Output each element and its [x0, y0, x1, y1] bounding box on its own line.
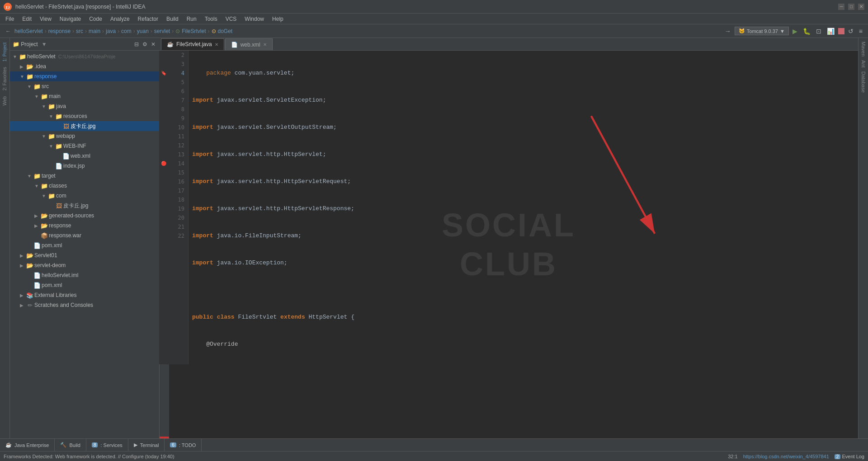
menu-tools[interactable]: Tools	[201, 15, 221, 23]
tree-item-main[interactable]: ▼ 📁 main	[10, 91, 159, 101]
coverage-button[interactable]: ⊡	[814, 27, 823, 36]
tree-item-src[interactable]: ▼ 📁 src	[10, 81, 159, 91]
gutter-line	[159, 123, 168, 132]
tree-item-helloservlet[interactable]: ▼ 📁 helloServlet C:\Users\86147\IdeaProj…	[10, 52, 159, 61]
tree-item-pikachu-jpg2[interactable]: 🖼 皮卡丘.jpg	[10, 201, 159, 211]
tree-item-response[interactable]: ▼ 📁 response	[10, 71, 159, 81]
tree-item-idea[interactable]: ▶ 📂 .idea	[10, 61, 159, 71]
menu-edit[interactable]: Edit	[19, 15, 35, 23]
tree-item-pikachu-jpg[interactable]: 🖼 皮卡丘.jpg	[10, 121, 159, 131]
tree-item-response2[interactable]: ▶ 📂 response	[10, 221, 159, 230]
line-numbers: 2 3 4 5 6 7 8 9 10 11 12 13 14 15	[168, 51, 189, 364]
menu-navigate[interactable]: Navigate	[56, 15, 85, 23]
project-tree[interactable]: ▼ 📁 helloServlet C:\Users\86147\IdeaProj…	[10, 51, 159, 438]
code-container[interactable]: 🔖 🔴	[159, 51, 858, 364]
tree-item-webinf[interactable]: ▼ 📁 WEB-INF	[10, 141, 159, 151]
line-num: 4	[168, 69, 184, 78]
web-tool-button[interactable]: Web	[1, 94, 8, 107]
code-content[interactable]: package com.yuan.servlet; import javax.s…	[189, 51, 858, 364]
profile-button[interactable]: 📊	[825, 27, 836, 36]
menu-file[interactable]: File	[2, 15, 18, 23]
tree-item-servlet01[interactable]: ▶ 📂 Servlet01	[10, 250, 159, 260]
menu-vcs[interactable]: VCS	[222, 15, 241, 23]
ant-tool-button[interactable]: Ant	[860, 58, 867, 70]
tree-item-classes[interactable]: ▼ 📁 classes	[10, 181, 159, 191]
tree-item-scratches[interactable]: ▶ ✏ Scratches and Consoles	[10, 300, 159, 310]
status-url[interactable]: https://blog.csdn.net/weixin_4/4597841	[743, 454, 829, 459]
tree-item-generated-sources[interactable]: ▶ 📂 generated-sources	[10, 211, 159, 221]
breadcrumb-com[interactable]: com	[121, 28, 132, 34]
maven-tool-button[interactable]: Maven	[860, 40, 867, 58]
breadcrumb-response[interactable]: response	[48, 28, 71, 34]
tree-item-helloservletiml[interactable]: 📄 helloServlet.iml	[10, 270, 159, 280]
hide-panel-button[interactable]: ✕	[150, 40, 156, 48]
tree-item-resources[interactable]: ▼ 📁 resources	[10, 111, 159, 121]
menu-window[interactable]: Window	[241, 15, 268, 23]
tree-item-external-libraries[interactable]: ▶ 📚 External Libraries	[10, 290, 159, 300]
folder-icon: 📁	[55, 143, 62, 150]
back-button[interactable]: ←	[4, 27, 13, 35]
tree-item-pomxml[interactable]: 📄 pom.xml	[10, 240, 159, 250]
tree-item-target[interactable]: ▼ 📁 target	[10, 171, 159, 181]
close-button[interactable]: ✕	[858, 4, 864, 10]
menu-refactor[interactable]: Refactor	[134, 15, 162, 23]
reload-button[interactable]: ↺	[846, 27, 855, 36]
menu-view[interactable]: View	[36, 15, 55, 23]
menu-build[interactable]: Build	[163, 15, 182, 23]
tree-item-indexjsp[interactable]: 📄 index.jsp	[10, 161, 159, 171]
tree-item-webapp[interactable]: ▼ 📁 webapp	[10, 131, 159, 141]
tab-close-button[interactable]: ✕	[215, 42, 218, 47]
maximize-button[interactable]: □	[848, 4, 854, 10]
collapse-all-button[interactable]: ⊟	[133, 40, 140, 48]
tomcat-selector[interactable]: 🐱 Tomcat 9.0.37 ▼	[735, 27, 789, 35]
minimize-button[interactable]: ─	[838, 4, 844, 10]
database-tool-button[interactable]: Database	[860, 70, 867, 94]
breadcrumb-method[interactable]: doGet	[218, 28, 233, 34]
event-log[interactable]: 2 Event Log	[835, 454, 864, 459]
more-tools-button[interactable]: ≡	[857, 27, 864, 36]
forward-navigate-button[interactable]: →	[723, 27, 733, 36]
tree-item-webxml[interactable]: 📄 web.xml	[10, 151, 159, 161]
breadcrumb-yuan[interactable]: yuan	[137, 28, 149, 34]
project-dropdown-icon[interactable]: ▼	[42, 41, 47, 47]
menu-analyze[interactable]: Analyze	[107, 15, 133, 23]
gutter-line	[159, 168, 168, 177]
run-button[interactable]: ▶	[791, 27, 799, 36]
breadcrumb-src[interactable]: src	[76, 28, 83, 34]
menu-help[interactable]: Help	[269, 15, 287, 23]
breadcrumb-servlet[interactable]: servlet	[154, 28, 170, 34]
folder-icon: 📁	[19, 53, 26, 60]
tab-close-button[interactable]: ✕	[263, 42, 267, 47]
settings-button[interactable]: ⚙	[142, 40, 148, 48]
tree-item-rootpomxml[interactable]: 📄 pom.xml	[10, 280, 159, 290]
expand-icon: ▼	[20, 74, 25, 79]
todo-tab[interactable]: 6 : TODO	[165, 439, 202, 451]
tab-webxml[interactable]: 📄 web.xml ✕	[225, 38, 273, 50]
stop-button[interactable]	[838, 28, 844, 34]
breadcrumb-class[interactable]: FileSrtvlet	[182, 28, 206, 34]
tree-item-com[interactable]: ▼ 📁 com	[10, 191, 159, 201]
expand-icon: ▼	[49, 114, 54, 119]
tab-filesrtvlet[interactable]: ☕ FileSrtvlet.java ✕	[161, 38, 224, 50]
build-tab[interactable]: 🔨 Build	[55, 439, 86, 451]
java-enterprise-tab[interactable]: ☕ Java Enterprise	[0, 439, 55, 451]
nav-toolbar-right: → 🐱 Tomcat 9.0.37 ▼ ▶ 🐛 ⊡ 📊 ↺ ≡	[723, 27, 864, 36]
breadcrumb-main[interactable]: main	[89, 28, 100, 34]
expand-icon: ▶	[20, 263, 25, 268]
favorites-tool-button[interactable]: 2: Favorites	[1, 65, 8, 92]
tomcat-icon: 🐱	[739, 28, 745, 34]
breadcrumb-java[interactable]: java	[106, 28, 116, 34]
tomcat-dropdown-icon: ▼	[780, 28, 785, 34]
menu-run[interactable]: Run	[183, 15, 200, 23]
tree-item-servlet-deom[interactable]: ▶ 📂 servlet-deom	[10, 260, 159, 270]
breadcrumb-helloservlet[interactable]: helloServlet	[14, 28, 43, 34]
tree-item-responsewar[interactable]: 📦 response.war	[10, 230, 159, 240]
project-tool-button[interactable]: 1: Project	[1, 41, 8, 63]
tree-item-java[interactable]: ▼ 📁 java	[10, 101, 159, 111]
expand-icon: ▼	[42, 193, 47, 198]
right-scroll-panel[interactable]	[159, 364, 169, 438]
debug-button[interactable]: 🐛	[801, 27, 812, 36]
menu-code[interactable]: Code	[85, 15, 106, 23]
terminal-tab[interactable]: ▶ Terminal	[128, 439, 165, 451]
services-tab[interactable]: 8 : Services	[86, 439, 128, 451]
